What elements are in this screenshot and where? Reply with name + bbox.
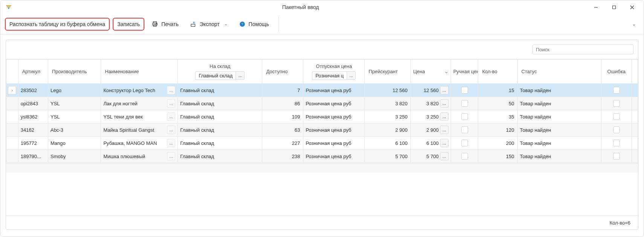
expand-cell[interactable]: [6, 150, 18, 163]
price-picker-button[interactable]: ...: [440, 152, 448, 160]
name-picker-button[interactable]: ...: [167, 152, 175, 160]
cell-available[interactable]: 7: [262, 84, 303, 97]
cell-qty[interactable]: 120: [478, 123, 517, 137]
manual-price-checkbox[interactable]: [461, 140, 468, 146]
cell-manual-price[interactable]: [451, 123, 478, 137]
cell-name[interactable]: Майка Spiritual Gangst...: [101, 123, 178, 137]
cell-release[interactable]: Розничная цена руб: [303, 84, 365, 97]
expand-row-button[interactable]: ›: [8, 86, 16, 94]
cell-article[interactable]: 195772: [18, 137, 48, 150]
table-row[interactable]: ›283502LegoКонструктор Lego Tech...Главн…: [6, 84, 638, 97]
search-input[interactable]: [532, 45, 633, 54]
cell-name[interactable]: Мишка плюшевый...: [101, 150, 178, 163]
table-row[interactable]: opi2843YSLЛак для ногтей...Главный склад…: [6, 97, 638, 110]
error-checkbox[interactable]: [613, 126, 620, 133]
release-header-select[interactable]: Розничная ц ...: [312, 71, 356, 80]
table-row[interactable]: 195772MangoРубашка, MANGO MAN...Главный …: [6, 137, 638, 150]
maximize-button[interactable]: [605, 2, 623, 13]
name-picker-button[interactable]: ...: [167, 112, 175, 121]
cell-qty[interactable]: 150: [478, 150, 517, 163]
cell-qty[interactable]: 35: [478, 110, 517, 123]
cell-status[interactable]: Товар найден: [517, 123, 601, 137]
cell-qty[interactable]: 15: [478, 84, 517, 97]
price-picker-button[interactable]: ...: [440, 112, 448, 121]
name-picker-button[interactable]: ...: [167, 139, 175, 147]
cell-name[interactable]: Конструктор Lego Tech...: [101, 84, 178, 97]
price-picker-button[interactable]: ...: [440, 126, 448, 134]
cell-pricelist[interactable]: 12 560: [365, 84, 411, 97]
cell-error[interactable]: [601, 84, 632, 97]
col-warehouse[interactable]: На склад Главный склад ...: [178, 60, 262, 84]
col-manufacturer[interactable]: Производитель: [48, 60, 101, 84]
expand-cell[interactable]: [6, 110, 18, 123]
table-row[interactable]: ysl8362YSLYSL тени для век...Главный скл…: [6, 110, 638, 123]
col-pricelist[interactable]: Прейскурант: [365, 60, 411, 84]
cell-manufacturer[interactable]: Lego: [48, 84, 101, 97]
cell-pricelist[interactable]: 6 100: [365, 137, 411, 150]
cell-manufacturer[interactable]: Mango: [48, 137, 101, 150]
table-row[interactable]: 189790...SmobyМишка плюшевый...Главный с…: [6, 150, 638, 163]
cell-manufacturer[interactable]: YSL: [48, 110, 101, 123]
col-release-price[interactable]: Отпускная цена Розничная ц ...: [303, 60, 365, 84]
cell-status[interactable]: Товар найден: [517, 150, 601, 163]
expand-cell[interactable]: [6, 137, 18, 150]
recognize-clipboard-button[interactable]: Распознать таблицу из буфера обмена: [5, 18, 110, 31]
cell-manufacturer[interactable]: Abc-3: [48, 123, 101, 137]
cell-status[interactable]: Товар найден: [517, 84, 601, 97]
cell-warehouse[interactable]: Главный склад: [178, 110, 262, 123]
price-picker-button[interactable]: ...: [440, 86, 448, 94]
col-available[interactable]: Доступно: [262, 60, 303, 84]
save-button[interactable]: Записать: [113, 18, 144, 31]
table-row[interactable]: 34162Abc-3Майка Spiritual Gangst...Главн…: [6, 123, 638, 137]
error-checkbox[interactable]: [613, 153, 620, 160]
col-article[interactable]: Артикул: [18, 60, 48, 84]
cell-manual-price[interactable]: [451, 110, 478, 123]
cell-manual-price[interactable]: [451, 150, 478, 163]
cell-name[interactable]: YSL тени для век...: [101, 110, 178, 123]
minimize-button[interactable]: [587, 2, 604, 13]
toolbar-expand-button[interactable]: ⌄: [629, 19, 639, 29]
cell-warehouse[interactable]: Главный склад: [178, 150, 262, 163]
cell-release[interactable]: Розничная цена руб: [303, 97, 365, 110]
warehouse-header-picker[interactable]: ...: [236, 71, 245, 80]
cell-price[interactable]: 3 820...: [411, 97, 451, 110]
col-error[interactable]: Ошибка: [601, 60, 632, 84]
cell-price[interactable]: 2 900...: [411, 123, 451, 137]
cell-warehouse[interactable]: Главный склад: [178, 123, 262, 137]
name-picker-button[interactable]: ...: [167, 99, 175, 108]
error-checkbox[interactable]: [613, 140, 620, 146]
col-name[interactable]: Наименование: [101, 60, 178, 84]
cell-manual-price[interactable]: [451, 84, 478, 97]
expand-cell[interactable]: ›: [6, 84, 18, 97]
cell-price[interactable]: 3 250...: [411, 110, 451, 123]
cell-error[interactable]: [601, 123, 632, 137]
cell-status[interactable]: Товар найден: [517, 110, 601, 123]
grid-wrap[interactable]: Артикул Производитель Наименование На ск…: [6, 59, 638, 216]
cell-manufacturer[interactable]: Smoby: [48, 150, 101, 163]
cell-name[interactable]: Рубашка, MANGO MAN...: [101, 137, 178, 150]
cell-warehouse[interactable]: Главный склад: [178, 97, 262, 110]
cell-manual-price[interactable]: [451, 137, 478, 150]
expand-cell[interactable]: [6, 97, 18, 110]
manual-price-checkbox[interactable]: [461, 113, 468, 120]
release-header-picker[interactable]: ...: [347, 71, 356, 80]
close-button[interactable]: [623, 2, 641, 13]
col-price[interactable]: Цена⌄: [411, 60, 451, 84]
cell-release[interactable]: Розничная цена руб: [303, 123, 365, 137]
cell-article[interactable]: 34162: [18, 123, 48, 137]
cell-pricelist[interactable]: 3 820: [365, 97, 411, 110]
cell-qty[interactable]: 50: [478, 97, 517, 110]
cell-price[interactable]: 6 100...: [411, 137, 451, 150]
cell-error[interactable]: [601, 150, 632, 163]
cell-available[interactable]: 86: [262, 97, 303, 110]
cell-available[interactable]: 227: [262, 137, 303, 150]
cell-pricelist[interactable]: 5 700: [365, 150, 411, 163]
cell-status[interactable]: Товар найден: [517, 137, 601, 150]
cell-price[interactable]: 12 560...: [411, 84, 451, 97]
expand-cell[interactable]: [6, 123, 18, 137]
help-button[interactable]: ? Помощь: [235, 18, 273, 31]
cell-release[interactable]: Розничная цена руб: [303, 150, 365, 163]
cell-available[interactable]: 109: [262, 110, 303, 123]
manual-price-checkbox[interactable]: [461, 87, 468, 94]
cell-qty[interactable]: 200: [478, 137, 517, 150]
